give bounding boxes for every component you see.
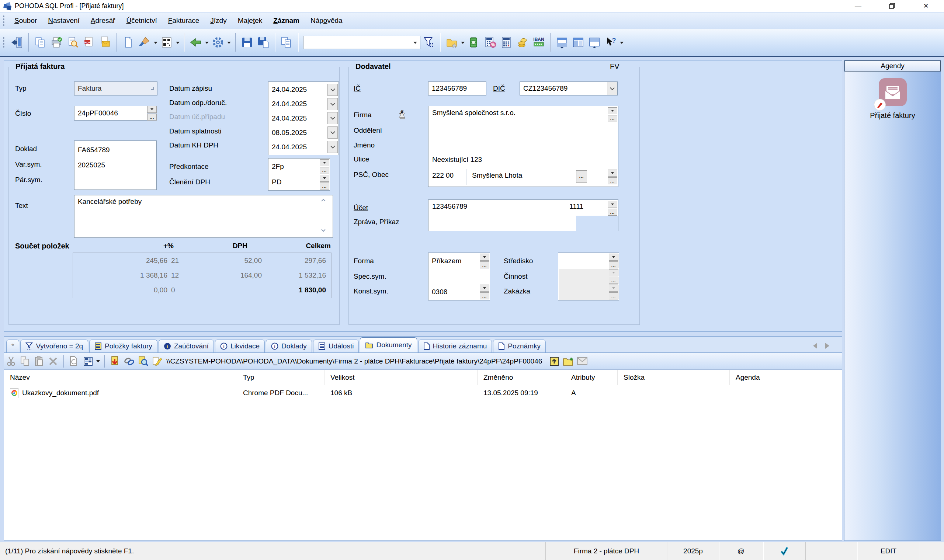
- tab-historie-zaznamu[interactable]: Historie záznamu: [418, 340, 492, 352]
- view-grid-dropdown[interactable]: [95, 354, 101, 369]
- datum-odp-dropdown[interactable]: [328, 98, 338, 110]
- search-input[interactable]: [303, 38, 410, 46]
- cislo-dropdown-button[interactable]: [147, 106, 157, 113]
- iban-button[interactable]: IBAN: [531, 32, 547, 53]
- copy-document-button[interactable]: [279, 32, 295, 53]
- menu-jizdy[interactable]: Jízdy: [205, 12, 232, 29]
- cleneni-dropdown[interactable]: [320, 175, 329, 182]
- table-row[interactable]: Ukazkovy_dokument.pdf Chrome PDF Docu...…: [4, 385, 842, 401]
- stredisko-dropdown[interactable]: [609, 254, 618, 261]
- tab-zauctovani[interactable]: i Zaúčtování: [159, 340, 214, 352]
- varsym-input[interactable]: 2025025: [78, 158, 153, 173]
- open-folder-button[interactable]: [444, 32, 460, 53]
- print-preview-button[interactable]: [65, 32, 81, 53]
- tabs-scroll-left-icon[interactable]: [810, 343, 817, 349]
- tab-polozky-faktury[interactable]: Položky faktury: [89, 340, 157, 352]
- obec-more-button[interactable]: …: [576, 170, 587, 183]
- open-folder-dropdown[interactable]: [460, 32, 466, 53]
- folder-up-button[interactable]: [547, 354, 561, 369]
- konstsym-more[interactable]: …: [480, 292, 489, 299]
- column-header-velikost[interactable]: Velikost: [325, 370, 477, 385]
- view-grid-button[interactable]: [81, 354, 95, 369]
- psc-dropdown[interactable]: [608, 169, 617, 177]
- new-record-button[interactable]: [120, 32, 136, 53]
- search-dropdown[interactable]: [410, 36, 420, 49]
- doklad-input[interactable]: FA654789: [78, 143, 153, 158]
- stamp-icon[interactable]: ✗: [396, 108, 408, 120]
- agendy-header-button[interactable]: Agendy: [844, 60, 941, 72]
- forma-dropdown[interactable]: [480, 254, 489, 261]
- psc-more[interactable]: …: [608, 177, 617, 184]
- forma-input[interactable]: Příkazem: [429, 257, 480, 265]
- cleneni-more[interactable]: …: [320, 183, 329, 189]
- cleneni-input[interactable]: PD: [269, 178, 320, 186]
- tab-poznamky[interactable]: Poznámky: [493, 340, 546, 352]
- text-input[interactable]: Kancelářské potřeby: [74, 195, 333, 238]
- firma-dropdown[interactable]: [608, 107, 617, 114]
- menu-ucetnictvi[interactable]: Účetnictví: [120, 12, 162, 29]
- psc-input[interactable]: 222 00: [432, 171, 454, 180]
- ucet-label[interactable]: Účet: [354, 204, 368, 212]
- datum-kh-dph-dropdown[interactable]: [328, 141, 338, 153]
- status-year[interactable]: 2025p: [667, 542, 719, 560]
- back-button[interactable]: [188, 32, 204, 53]
- toolbar-grip[interactable]: [3, 37, 5, 48]
- ulice-input[interactable]: Neexistující 123: [432, 155, 482, 164]
- tab-asterisk[interactable]: *: [6, 340, 19, 352]
- ucet-dropdown[interactable]: [608, 201, 617, 208]
- menu-adresar[interactable]: Adresář: [85, 12, 121, 29]
- tab-udalosti[interactable]: Události: [313, 340, 359, 352]
- specsym-row[interactable]: [429, 269, 489, 284]
- filter-button[interactable]: [420, 32, 437, 53]
- vat-calculator-button[interactable]: %: [482, 32, 498, 53]
- dic-label[interactable]: DIČ: [493, 85, 505, 92]
- column-header-nazev[interactable]: Název: [4, 370, 237, 385]
- column-header-slozka[interactable]: Složka: [618, 370, 730, 385]
- preview-document-button[interactable]: [136, 354, 150, 369]
- obec-input[interactable]: Smyšlená Lhota: [472, 171, 522, 180]
- forma-row[interactable]: Příkazem…: [429, 253, 489, 269]
- menu-fakturace[interactable]: Fakturace: [163, 12, 205, 29]
- menu-soubor[interactable]: Soubor: [9, 12, 42, 29]
- datum-zapisu-dropdown[interactable]: [328, 84, 338, 96]
- forma-more[interactable]: …: [480, 262, 489, 268]
- doklad-varsym-parsym-box[interactable]: FA654789 2025025: [74, 140, 157, 190]
- parsym-input[interactable]: [78, 172, 153, 188]
- column-header-zmeneno[interactable]: Změněno: [477, 370, 565, 385]
- new-folder-button[interactable]: [561, 354, 575, 369]
- predkontace-dropdown[interactable]: [320, 159, 329, 166]
- stredisko-more[interactable]: …: [609, 262, 618, 268]
- dic-input[interactable]: CZ123456789: [520, 82, 618, 95]
- date-row[interactable]: 24.04.2025: [269, 140, 338, 154]
- exit-agenda-button[interactable]: [9, 32, 25, 53]
- cash-button[interactable]: [466, 32, 482, 53]
- menu-grip[interactable]: [3, 15, 5, 26]
- search-combobox[interactable]: [303, 36, 420, 49]
- date-row[interactable]: 08.05.2025: [269, 125, 338, 140]
- tab-filter-vytvoreno[interactable]: Vytvořeno = 2q: [20, 340, 88, 352]
- menu-zaznam[interactable]: Záznam: [268, 12, 305, 29]
- cislo-input[interactable]: 24pPF00046: [74, 106, 147, 120]
- menu-napoveda[interactable]: Nápověda: [305, 12, 348, 29]
- pdf-export-button[interactable]: PDF: [81, 32, 97, 53]
- import-document-button[interactable]: [108, 354, 122, 369]
- send-email-button[interactable]: [97, 32, 113, 53]
- konstsym-input[interactable]: 0308: [429, 288, 480, 296]
- typ-select[interactable]: Faktura: [74, 82, 157, 95]
- ucet-input[interactable]: 123456789: [432, 202, 467, 211]
- help-dropdown[interactable]: [619, 32, 625, 53]
- date-row[interactable]: 24.04.2025: [269, 97, 338, 111]
- date-row[interactable]: 24.04.2025: [269, 83, 338, 97]
- back-dropdown[interactable]: [204, 32, 210, 53]
- ic-label[interactable]: IČ: [354, 85, 360, 92]
- datum-uc-pripadu-dropdown[interactable]: [328, 112, 338, 124]
- column-header-atributy[interactable]: Atributy: [565, 370, 618, 385]
- qr-code-button[interactable]: [159, 32, 175, 53]
- format-brush-button[interactable]: [136, 32, 152, 53]
- ic-input[interactable]: 123456789: [428, 82, 487, 95]
- datum-kh-dph-input[interactable]: 24.04.2025: [269, 143, 328, 151]
- firma-input[interactable]: Smyšlená společnost s.r.o.: [432, 109, 516, 117]
- cislo-more-button[interactable]: …: [147, 114, 157, 120]
- predkontace-more[interactable]: …: [320, 167, 329, 174]
- konstsym-dropdown[interactable]: [480, 285, 489, 292]
